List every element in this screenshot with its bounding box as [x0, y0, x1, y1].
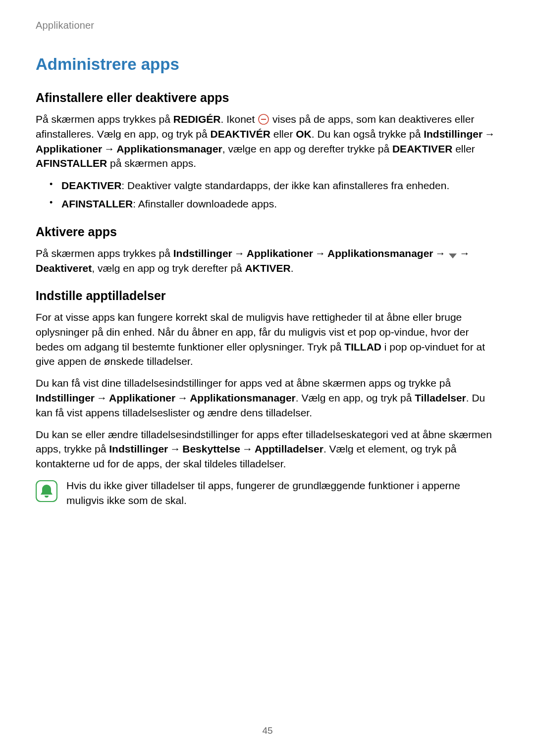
text: . Vælg en app, og tryk på — [296, 392, 415, 403]
text: eller — [270, 128, 296, 140]
list-item-rest: : Deaktiver valgte standardapps, der ikk… — [121, 180, 449, 191]
arrow: → — [313, 246, 327, 261]
label-ok: OK — [296, 128, 312, 140]
minus-circle-icon — [258, 113, 269, 125]
label-applikationer: Applikationer — [36, 143, 102, 154]
label-tillad: TILLAD — [344, 341, 381, 353]
label-applikationsmanager: Applikationsmanager — [327, 248, 433, 259]
arrow: → — [433, 246, 448, 261]
running-header: Applikationer — [36, 20, 499, 31]
label-applikationer: Applikationer — [247, 248, 313, 259]
label-apptilladelser: Apptilladelser — [255, 443, 323, 454]
list-item-term: AFINSTALLER — [61, 198, 133, 209]
text: På skærmen apps trykkes på — [36, 113, 173, 125]
label-afinstaller: AFINSTALLER — [36, 157, 107, 169]
page-title: Administrere apps — [36, 55, 499, 74]
list-item-term: DEAKTIVER — [61, 180, 121, 191]
arrow: → — [168, 442, 182, 456]
label-tilladelser: Tilladelser — [415, 392, 466, 403]
section-heading-uninstall: Afinstallere eller deaktivere apps — [36, 91, 499, 105]
section2-paragraph: På skærmen apps trykkes på Indstillinger… — [36, 246, 499, 276]
label-rediger: REDIGÉR — [173, 113, 221, 125]
arrow: → — [240, 442, 255, 456]
note-callout: Hvis du ikke giver tilladelser til apps,… — [36, 478, 499, 508]
label-deaktiver: DEAKTIVÉR — [211, 128, 270, 140]
section3-paragraph-1: For at visse apps kan fungere korrekt sk… — [36, 310, 499, 369]
section3-paragraph-2: Du kan få vist dine tilladelsesindstilli… — [36, 376, 499, 420]
label-applikationsmanager: Applikationsmanager — [190, 392, 296, 403]
text: eller — [452, 143, 475, 154]
text: . Ikonet — [220, 113, 258, 125]
section-heading-permissions: Indstille apptilladelser — [36, 289, 499, 303]
label-applikationsmanager: Applikationsmanager — [116, 143, 222, 154]
arrow: → — [175, 391, 190, 405]
text: . — [291, 262, 294, 274]
note-bell-icon — [36, 480, 57, 504]
svg-marker-2 — [449, 253, 457, 258]
text: på skærmen apps. — [107, 157, 196, 169]
label-deaktiveret: Deaktiveret — [36, 262, 92, 274]
label-aktiver: AKTIVER — [245, 262, 291, 274]
label-indstillinger: Indstillinger — [424, 128, 482, 140]
section3-paragraph-3: Du kan se eller ændre tilladelsesindstil… — [36, 427, 499, 471]
list-item: DEAKTIVER: Deaktiver valgte standardapps… — [50, 178, 499, 194]
bullet-list: DEAKTIVER: Deaktiver valgte standardapps… — [36, 178, 499, 212]
arrow: → — [482, 127, 497, 142]
arrow: → — [102, 142, 116, 156]
label-applikationer: Applikationer — [109, 392, 175, 403]
arrow: → — [458, 246, 472, 261]
section-heading-activate: Aktivere apps — [36, 225, 499, 239]
label-indstillinger: Indstillinger — [109, 443, 168, 454]
page: Applikationer Administrere apps Afinstal… — [0, 0, 535, 756]
note-text: Hvis du ikke giver tilladelser til apps,… — [66, 478, 499, 508]
arrow: → — [232, 246, 247, 261]
text: Du kan få vist dine tilladelsesindstilli… — [36, 377, 451, 389]
text: , vælg en app og tryk derefter på — [92, 262, 245, 274]
list-item-rest: : Afinstaller downloadede apps. — [133, 198, 277, 209]
label-beskyttelse: Beskyttelse — [182, 443, 240, 454]
label-indstillinger: Indstillinger — [36, 392, 95, 403]
arrow: → — [95, 391, 109, 405]
text: . Du kan også trykke på — [312, 128, 424, 140]
label-indstillinger: Indstillinger — [173, 248, 232, 259]
label-deaktiver2: DEAKTIVER — [392, 143, 452, 154]
section1-paragraph: På skærmen apps trykkes på REDIGÉR. Ikon… — [36, 112, 499, 171]
page-number: 45 — [0, 725, 535, 736]
text: , vælge en app og derefter trykke på — [222, 143, 392, 154]
list-item: AFINSTALLER: Afinstaller downloadede app… — [50, 196, 499, 212]
dropdown-triangle-icon — [448, 252, 458, 259]
text: På skærmen apps trykkes på — [36, 248, 173, 259]
